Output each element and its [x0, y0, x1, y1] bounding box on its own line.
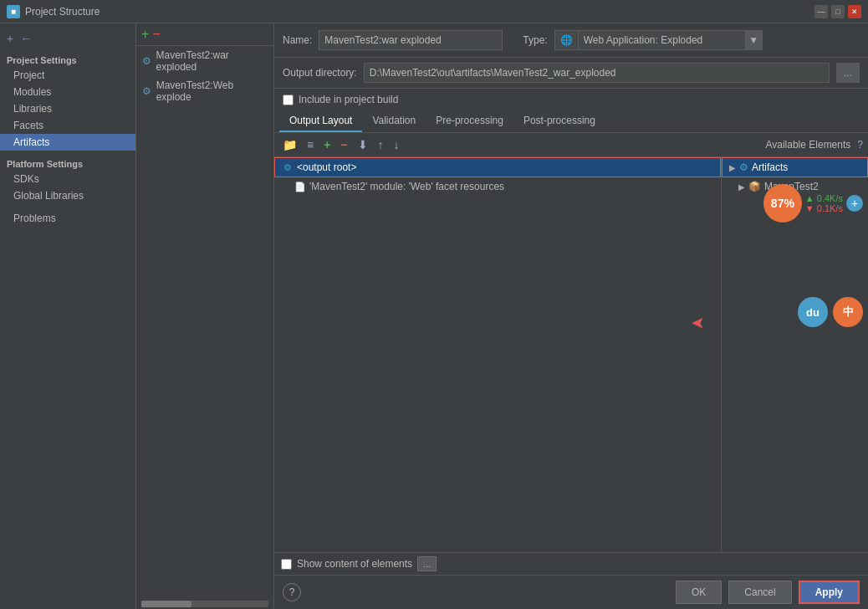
platform-settings-label: Platform Settings	[0, 151, 135, 171]
output-dir-label: Output directory:	[283, 67, 357, 79]
show-content-label: Show content of elements	[297, 558, 412, 570]
sidebar-back-btn[interactable]: ←	[18, 30, 33, 47]
toolbar-up-btn[interactable]: ↑	[375, 136, 387, 153]
available-item-artifacts[interactable]: ▶ ⚙ Artifacts	[722, 157, 868, 177]
help-icon: ?	[289, 586, 295, 598]
available-item-maventest2-icon: 📦	[748, 181, 761, 192]
bottom-bar: ? OK Cancel Apply	[274, 575, 868, 609]
sidebar-add-btn[interactable]: +	[5, 30, 15, 47]
available-help-icon[interactable]: ?	[857, 139, 863, 151]
sidebar-item-global-libraries[interactable]: Global Libraries	[0, 187, 135, 204]
toolbar-extract-btn[interactable]: ⬇	[355, 136, 371, 153]
close-btn[interactable]: ✕	[848, 5, 861, 18]
tabs-row: Output Layout Validation Pre-processing …	[274, 110, 868, 133]
artifact-icon-2: ⚙	[141, 85, 153, 97]
expand-maventest2-icon: ▶	[738, 182, 745, 192]
type-select-wrapper: 🌐 ▼	[554, 30, 763, 50]
sidebar: + ← Project Settings Project Modules Lib…	[0, 23, 136, 609]
artifact-item-1[interactable]: ⚙ MavenTest2:war exploded	[136, 46, 273, 76]
toolbar-down-btn[interactable]: ↓	[391, 136, 403, 153]
cancel-button[interactable]: Cancel	[728, 581, 791, 604]
tree-item-module-resources-label: 'MavenTest2' module: 'Web' facet resourc…	[309, 181, 504, 192]
output-dir-btn[interactable]: ...	[836, 63, 860, 83]
sidebar-item-sdks[interactable]: SDKs	[0, 171, 135, 187]
type-label: Type:	[523, 34, 547, 46]
right-panel: Name: Type: 🌐 ▼ Output directory: ... In…	[274, 23, 868, 609]
available-elements-label: Available Elements	[765, 139, 850, 151]
lang-badge-du[interactable]: du	[798, 297, 828, 327]
artifact-list-panel: + − ⚙ MavenTest2:war exploded ⚙ MavenTes…	[136, 23, 274, 609]
artifact-item-2[interactable]: ⚙ MavenTest2:Web explode	[136, 76, 273, 106]
maximize-btn[interactable]: □	[831, 5, 845, 18]
tree-panel: ⚙ <output root> 📄 'MavenTest2' module: '…	[274, 157, 722, 552]
toolbar-list-btn[interactable]: ≡	[304, 136, 317, 153]
tab-post-processing[interactable]: Post-processing	[513, 110, 605, 132]
artifact-remove-btn[interactable]: −	[152, 27, 160, 42]
output-dir-row: Output directory: ...	[274, 58, 868, 89]
content-toolbar-right: Available Elements ?	[765, 139, 863, 151]
sidebar-item-project[interactable]: Project	[0, 67, 135, 84]
show-content-row: Show content of elements ...	[274, 552, 868, 575]
available-item-artifacts-icon: ⚙	[739, 161, 748, 173]
performance-badge: 87% ▲ 0.4K/s ▼ 0.1K/s +	[763, 184, 863, 223]
output-dir-btn-label: ...	[844, 67, 852, 79]
ok-button[interactable]: OK	[676, 581, 722, 604]
main-layout: + ← Project Settings Project Modules Lib…	[0, 23, 868, 609]
name-label: Name:	[283, 34, 312, 46]
type-input[interactable]	[579, 30, 746, 50]
artifact-icon-1: ⚙	[141, 55, 153, 67]
artifact-scrollbar[interactable]	[141, 601, 268, 607]
badge-info: ▲ 0.4K/s ▼ 0.1K/s	[805, 193, 843, 213]
minimize-btn[interactable]: —	[814, 5, 828, 18]
title-bar: ■ Project Structure — □ ✕	[0, 0, 868, 23]
artifact-toolbar: + −	[136, 23, 273, 46]
tab-output-layout[interactable]: Output Layout	[279, 110, 362, 132]
tree-item-module-resources[interactable]: 📄 'MavenTest2' module: 'Web' facet resou…	[274, 177, 721, 196]
content-toolbar-left: 📁 ≡ + − ⬇ ↑ ↓	[279, 136, 403, 153]
content-toolbar: 📁 ≡ + − ⬇ ↑ ↓ Available Elements ?	[274, 133, 868, 157]
name-input[interactable]	[319, 30, 503, 50]
tab-pre-processing[interactable]: Pre-processing	[426, 110, 513, 132]
sidebar-item-artifacts[interactable]: Artifacts	[0, 134, 135, 151]
available-item-artifacts-label: Artifacts	[752, 161, 788, 173]
toolbar-remove-btn[interactable]: −	[337, 136, 350, 153]
output-dir-input[interactable]	[364, 63, 830, 83]
badge-percent: 87%	[763, 184, 802, 223]
artifact-name-1: MavenTest2:war exploded	[156, 49, 269, 73]
sidebar-item-modules[interactable]: Modules	[0, 84, 135, 100]
badge-download: ▼ 0.1K/s	[805, 203, 843, 213]
checkbox-row: Include in project build	[274, 89, 868, 110]
tree-item-output-root-label: <output root>	[297, 161, 356, 173]
show-content-btn[interactable]: ...	[417, 556, 437, 571]
help-button[interactable]: ?	[283, 583, 301, 601]
type-icon: 🌐	[554, 30, 579, 50]
bottom-bar-right: OK Cancel Apply	[676, 581, 860, 604]
window-controls[interactable]: — □ ✕	[814, 5, 861, 18]
badge-plus-btn[interactable]: +	[846, 195, 863, 212]
sidebar-item-facets[interactable]: Facets	[0, 117, 135, 134]
include-in-build-label: Include in project build	[299, 94, 398, 105]
app-icon: ■	[7, 5, 20, 18]
toolbar-add-btn[interactable]: +	[320, 136, 334, 153]
sidebar-item-libraries[interactable]: Libraries	[0, 100, 135, 117]
tree-item-output-root[interactable]: ⚙ <output root>	[274, 157, 721, 177]
lang-badge-zh[interactable]: 中	[833, 297, 863, 327]
sidebar-item-problems[interactable]: Problems	[0, 204, 135, 227]
window-title: Project Structure	[25, 6, 809, 18]
tree-icon-output-root: ⚙	[282, 161, 294, 173]
artifact-name-2: MavenTest2:Web explode	[156, 79, 268, 103]
toolbar-folder-btn[interactable]: 📁	[279, 136, 300, 153]
project-settings-label: Project Settings	[0, 50, 135, 67]
tab-validation[interactable]: Validation	[362, 110, 426, 132]
bottom-bar-left: ?	[283, 583, 301, 601]
include-in-build-checkbox[interactable]	[283, 95, 294, 105]
tree-icon-module-resources: 📄	[294, 181, 306, 192]
show-content-checkbox[interactable]	[281, 559, 292, 570]
apply-button[interactable]: Apply	[799, 581, 860, 604]
expand-artifacts-icon: ▶	[729, 163, 736, 172]
artifact-add-btn[interactable]: +	[141, 27, 149, 42]
badge-upload: ▲ 0.4K/s	[805, 193, 843, 203]
sidebar-toolbar: + ←	[0, 27, 135, 50]
type-dropdown-btn[interactable]: ▼	[746, 30, 763, 50]
name-type-row: Name: Type: 🌐 ▼	[274, 23, 868, 58]
